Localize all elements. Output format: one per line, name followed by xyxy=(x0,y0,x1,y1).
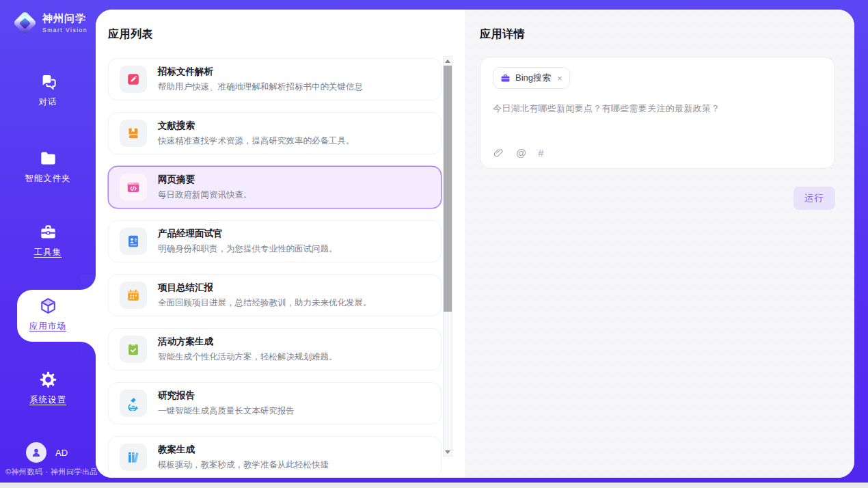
logo-subtitle: Smart Vision xyxy=(42,27,87,33)
sidebar-item-folders[interactable]: 智能文件夹 xyxy=(0,149,96,185)
app-card-text: 教案生成模板驱动，教案秒成，教学准备从此轻松快捷 xyxy=(158,444,329,471)
app-card-text: 研究报告一键智能生成高质量长文本研究报告 xyxy=(158,390,295,417)
prompt-toolbar: @# xyxy=(493,147,822,160)
run-row: 运行 xyxy=(480,187,835,210)
scrollbar[interactable] xyxy=(443,56,452,457)
logo: 神州问学 Smart Vision xyxy=(12,10,87,35)
toolbox-icon xyxy=(39,223,57,241)
user-row[interactable]: AD xyxy=(26,442,68,463)
app-card-text: 招标文件解析帮助用户快速、准确地理解和解析招标书中的关键信息 xyxy=(158,66,363,93)
briefcase-icon xyxy=(500,73,511,83)
app-card-text: 文献搜索快速精准查找学术资源，提高研究效率的必备工具。 xyxy=(158,120,355,147)
app-card-pm-interviewer[interactable]: 产品经理面试官明确身份和职责，为您提供专业性的面试问题。 xyxy=(108,220,442,262)
app-name: 教案生成 xyxy=(158,444,329,456)
app-card-bid-parse[interactable]: 招标文件解析帮助用户快速、准确地理解和解析招标书中的关键信息 xyxy=(108,58,442,100)
microscope-icon xyxy=(120,390,147,417)
logo-diamond-outer xyxy=(12,10,36,34)
app-name: 研究报告 xyxy=(158,390,295,402)
user-initials: AD xyxy=(55,448,68,458)
sidebar-item-app-market[interactable]: 应用市场 xyxy=(0,297,96,332)
close-icon[interactable]: × xyxy=(557,74,562,83)
app-description: 帮助用户快速、准确地理解和解析招标书中的关键信息 xyxy=(158,81,363,93)
app-description: 每日政府新闻资讯快查。 xyxy=(158,189,252,201)
clipboard-check-icon xyxy=(120,336,147,363)
scrollbar-up-arrow[interactable] xyxy=(444,57,452,65)
tool-tag-bing-search[interactable]: Bing搜索 × xyxy=(493,67,570,89)
app-card-event-plan[interactable]: 活动方案生成智能生成个性化活动方案，轻松解决规划难题。 xyxy=(108,328,442,370)
logo-title: 神州问学 xyxy=(42,12,87,25)
app-card-project-report[interactable]: 项目总结汇报全面回顾项目进展，总结经验教训，助力未来优化发展。 xyxy=(108,274,442,316)
app-card-literature[interactable]: 文献搜索快速精准查找学术资源，提高研究效率的必备工具。 xyxy=(108,112,442,154)
resume-icon xyxy=(120,228,147,255)
logo-text: 神州问学 Smart Vision xyxy=(42,12,87,33)
books-icon xyxy=(120,444,147,471)
logo-diamond-icon xyxy=(12,10,37,35)
app-description: 智能生成个性化活动方案，轻松解决规划难题。 xyxy=(158,351,338,363)
sidebar-item-label: 系统设置 xyxy=(29,394,66,406)
edit-icon xyxy=(120,66,147,93)
app-detail-title: 应用详情 xyxy=(480,27,835,42)
sidebar-item-tools[interactable]: 工具集 xyxy=(0,223,96,258)
sidebar-item-settings[interactable]: 系统设置 xyxy=(0,370,96,406)
app-card-text: 网页摘要每日政府新闻资讯快查。 xyxy=(158,174,252,201)
app-name: 招标文件解析 xyxy=(158,66,363,78)
app-description: 明确身份和职责，为您提供专业性的面试问题。 xyxy=(158,243,338,255)
app-list-title: 应用列表 xyxy=(108,27,465,42)
app-description: 快速精准查找学术资源，提高研究效率的必备工具。 xyxy=(158,135,355,147)
app-card-web-summary[interactable]: 网页摘要每日政府新闻资讯快查。 xyxy=(108,166,442,208)
browser-code-icon xyxy=(120,174,147,201)
prompt-input[interactable]: 今日湖北有哪些新闻要点？有哪些需要关注的最新政策？ xyxy=(493,103,822,115)
notch-bottom xyxy=(81,342,96,357)
app-card-text: 产品经理面试官明确身份和职责，为您提供专业性的面试问题。 xyxy=(158,228,338,255)
app-window: 应用列表 招标文件解析帮助用户快速、准确地理解和解析招标书中的关键信息文献搜索快… xyxy=(96,10,854,478)
app-description: 一键智能生成高质量长文本研究报告 xyxy=(158,405,295,417)
app-name: 文献搜索 xyxy=(158,120,355,132)
app-card-research-report[interactable]: 研究报告一键智能生成高质量长文本研究报告 xyxy=(108,382,442,424)
copyright-footer: ©神州数码 · 神州问学出品 xyxy=(5,467,98,477)
sidebar-item-label: 智能文件夹 xyxy=(25,173,71,185)
app-description: 全面回顾项目进展，总结经验教训，助力未来优化发展。 xyxy=(158,297,372,309)
app-name: 项目总结汇报 xyxy=(158,282,372,294)
app-card-lesson-plan[interactable]: 教案生成模板驱动，教案秒成，教学准备从此轻松快捷 xyxy=(108,436,442,478)
scrollbar-thumb[interactable] xyxy=(444,66,452,312)
calendar-icon xyxy=(120,282,147,309)
folder-icon xyxy=(39,149,57,167)
book-icon xyxy=(120,120,147,147)
sidebar-item-label: 工具集 xyxy=(34,247,62,258)
prompt-card: Bing搜索 × 今日湖北有哪些新闻要点？有哪些需要关注的最新政策？ @# xyxy=(480,57,835,169)
sidebar: 神州问学 Smart Vision 对话智能文件夹工具集应用市场系统设置 AD … xyxy=(0,0,96,483)
sidebar-item-label: 应用市场 xyxy=(29,321,66,332)
scrollbar-down-arrow[interactable] xyxy=(444,448,452,456)
sidebar-item-label: 对话 xyxy=(39,96,57,108)
tool-tag-label: Bing搜索 xyxy=(515,72,551,84)
bottom-strip xyxy=(0,483,868,488)
cube-icon xyxy=(39,297,57,315)
app-list: 招标文件解析帮助用户快速、准确地理解和解析招标书中的关键信息文献搜索快速精准查找… xyxy=(108,58,442,478)
sidebar-item-chat[interactable]: 对话 xyxy=(0,72,96,108)
app-card-text: 项目总结汇报全面回顾项目进展，总结经验教训，助力未来优化发展。 xyxy=(158,282,372,309)
person-icon xyxy=(31,447,42,458)
app-name: 网页摘要 xyxy=(158,174,252,186)
user-avatar xyxy=(26,442,46,463)
hash-icon[interactable]: # xyxy=(538,148,543,158)
chat-icon xyxy=(39,72,57,91)
app-list-panel: 应用列表 招标文件解析帮助用户快速、准确地理解和解析招标书中的关键信息文献搜索快… xyxy=(96,10,465,478)
gear-icon xyxy=(39,370,57,389)
app-description: 模板驱动，教案秒成，教学准备从此轻松快捷 xyxy=(158,459,329,471)
at-icon[interactable]: @ xyxy=(516,148,526,158)
app-card-text: 活动方案生成智能生成个性化活动方案，轻松解决规划难题。 xyxy=(158,336,338,363)
app-name: 活动方案生成 xyxy=(158,336,338,348)
logo-diamond-inner xyxy=(19,17,31,29)
notch-top xyxy=(81,275,96,290)
run-button[interactable]: 运行 xyxy=(794,187,835,210)
app-name: 产品经理面试官 xyxy=(158,228,338,240)
paperclip-icon[interactable] xyxy=(493,147,504,159)
app-detail-panel: 应用详情 Bing搜索 × 今日湖北有哪些新闻要点？有哪些需要关注的最新政策？ … xyxy=(465,10,854,478)
